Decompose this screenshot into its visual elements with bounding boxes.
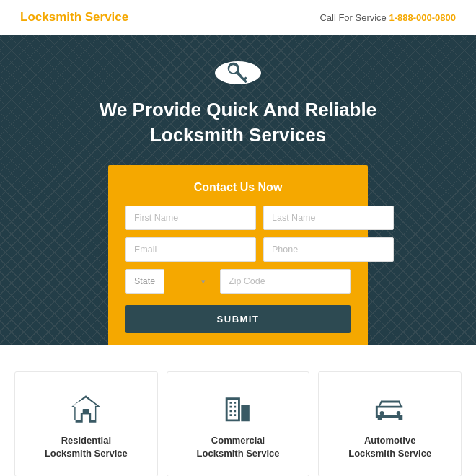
form-title: Contact Us Now — [125, 181, 351, 194]
form-row-name — [125, 206, 351, 230]
services-section: ResidentialLocksmith Service CommercialL… — [0, 345, 476, 476]
state-select-wrap: State CA NY TX — [125, 269, 213, 294]
form-row-contact — [125, 237, 351, 262]
service-card-commercial: CommercialLocksmith Service — [167, 371, 310, 476]
service-label-automotive: AutomotiveLocksmith Service — [348, 434, 431, 460]
service-label-commercial: CommercialLocksmith Service — [197, 434, 280, 460]
service-card-residential: ResidentialLocksmith Service — [14, 371, 158, 476]
service-label-residential: ResidentialLocksmith Service — [45, 434, 128, 460]
email-input[interactable] — [125, 237, 256, 262]
logo-service: Service — [81, 10, 128, 24]
first-name-input[interactable] — [125, 206, 256, 230]
zip-input[interactable] — [220, 269, 351, 294]
phone-input[interactable] — [263, 237, 394, 262]
form-row-location: State CA NY TX — [125, 269, 351, 294]
logo-brand: Locksmith — [20, 10, 81, 24]
hero-section: We Provide Quick And Reliable Locksmith … — [0, 35, 476, 345]
car-icon — [374, 392, 407, 426]
hero-title: We Provide Quick And Reliable Locksmith … — [87, 97, 389, 148]
key-icon — [226, 61, 250, 84]
svg-rect-0 — [83, 409, 89, 414]
service-card-automotive: AutomotiveLocksmith Service — [318, 371, 462, 476]
hero-icon-wrapper — [215, 61, 261, 84]
building-icon — [221, 392, 255, 426]
call-label: Call For Service — [319, 12, 386, 23]
logo: Locksmith Service — [20, 10, 128, 25]
phone-link[interactable]: 1-888-000-0800 — [389, 12, 456, 23]
header-call: Call For Service 1-888-000-0800 — [319, 12, 456, 23]
submit-button[interactable]: SUBMIT — [125, 305, 351, 333]
house-icon — [69, 392, 102, 426]
last-name-input[interactable] — [263, 206, 394, 230]
site-header: Locksmith Service Call For Service 1-888… — [0, 0, 476, 35]
state-select[interactable]: State CA NY TX — [125, 269, 164, 294]
contact-form-card: Contact Us Now State CA NY TX SUBMIT — [108, 165, 368, 345]
